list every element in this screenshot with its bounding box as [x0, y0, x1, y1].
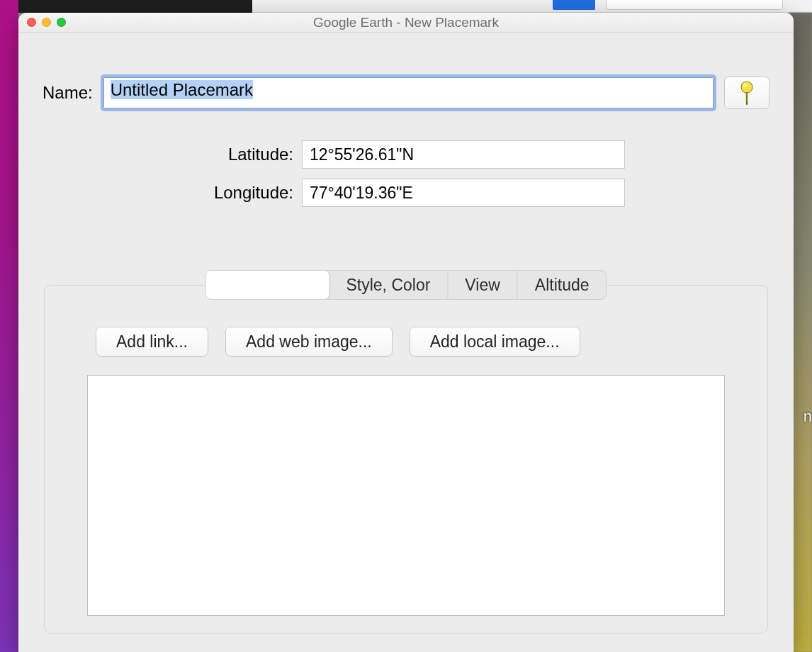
longitude-row: Longitude: — [18, 179, 794, 207]
tab-panel-description: Add link... Add web image... Add local i… — [44, 285, 768, 634]
background-toolbar-button — [553, 0, 595, 10]
tab-view-label: View — [465, 276, 500, 295]
description-textarea[interactable] — [87, 375, 725, 616]
longitude-label: Longitude: — [18, 183, 302, 203]
latitude-input[interactable] — [302, 140, 625, 169]
add-web-image-label: Add web image... — [246, 332, 372, 352]
window-controls — [27, 18, 66, 27]
description-buttons-row: Add link... Add web image... Add local i… — [96, 327, 725, 356]
tab-style-color[interactable]: Style, Color — [329, 271, 448, 299]
add-link-label: Add link... — [116, 332, 188, 352]
latitude-label: Latitude: — [18, 145, 302, 164]
name-input[interactable]: Untitled Placemark — [103, 77, 714, 109]
background-panel-dark — [18, 0, 252, 13]
minimize-window-button[interactable] — [42, 18, 51, 27]
name-row: Name: Untitled Placemark — [43, 77, 769, 109]
longitude-input[interactable] — [302, 179, 625, 207]
name-input-value: Untitled Placemark — [111, 80, 253, 99]
new-placemark-dialog: Google Earth - New Placemark Name: Untit… — [18, 13, 794, 652]
add-web-image-button[interactable]: Add web image... — [225, 327, 393, 356]
tab-style-color-label: Style, Color — [346, 276, 430, 295]
placemark-icon-button[interactable] — [724, 77, 769, 109]
pushpin-icon — [738, 81, 756, 105]
background-toolbar-group — [606, 0, 783, 10]
tab-altitude-label: Altitude — [535, 276, 590, 295]
name-label: Name: — [43, 83, 93, 103]
tab-altitude[interactable]: Altitude — [518, 271, 607, 299]
window-title: Google Earth - New Placemark — [18, 15, 794, 30]
tab-area: Style, Color View Altitude Add link... A… — [44, 285, 768, 634]
add-local-image-label: Add local image... — [430, 332, 560, 352]
titlebar: Google Earth - New Placemark — [18, 13, 794, 33]
zoom-window-button[interactable] — [57, 18, 66, 27]
desktop-wallpaper-strip — [0, 0, 18, 652]
latitude-row: Latitude: — [18, 140, 794, 169]
coordinates-block: Latitude: Longitude: — [18, 140, 794, 207]
tab-description[interactable] — [205, 270, 329, 300]
svg-point-1 — [743, 84, 748, 88]
dialog-content: Name: Untitled Placemark Latitude: — [18, 77, 794, 634]
tab-view[interactable]: View — [448, 271, 517, 299]
add-local-image-button[interactable]: Add local image... — [410, 327, 580, 356]
svg-point-0 — [741, 82, 752, 93]
close-window-button[interactable] — [27, 18, 36, 27]
add-link-button[interactable]: Add link... — [96, 327, 208, 356]
tabbar: Style, Color View Altitude — [205, 270, 607, 300]
